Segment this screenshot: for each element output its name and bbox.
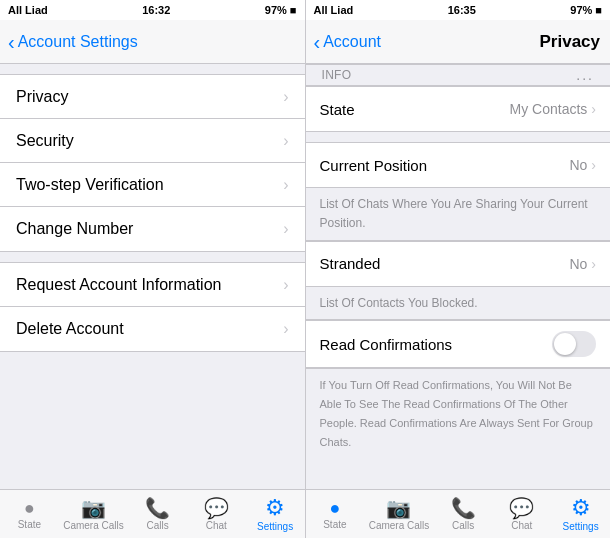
left-security-chevron-icon: › [283,132,288,150]
left-item-request-info[interactable]: Request Account Information › [0,263,305,307]
left-tab-camera-icon: 📷 [81,498,106,518]
left-tab-settings[interactable]: ⚙ Settings [250,497,300,532]
left-item-change-number[interactable]: Change Number › [0,207,305,251]
left-tab-state-label: State [18,519,41,530]
right-tab-settings-label: Settings [563,521,599,532]
left-tab-calls-label: Calls [146,520,168,531]
right-tab-camera-icon: 📷 [386,498,411,518]
left-item-two-step[interactable]: Two-step Verification › [0,163,305,207]
right-status-bar: All Liad 16:35 97% ■ [306,0,611,20]
right-current-position-chevron-icon: › [591,157,596,173]
right-stranded-desc: List Of Contacts You Blocked. [320,296,478,310]
right-tab-chat-label: Chat [511,520,532,531]
right-tab-bar: ● State 📷 Camera Calls 📞 Calls 💬 Chat ⚙ … [306,489,611,538]
left-privacy-chevron-icon: › [283,88,288,106]
right-state-label: State [320,101,510,118]
right-tab-chat[interactable]: 💬 Chat [497,498,547,531]
right-tab-calls-label: Calls [452,520,474,531]
right-state-group: State My Contacts › [306,86,611,132]
left-tab-state-icon: ● [24,499,35,517]
left-list-group-2: Request Account Information › Delete Acc… [0,262,305,352]
right-battery: 97% ■ [570,4,602,16]
right-current-position-desc-block: List Of Chats Where You Are Sharing Your… [306,188,611,241]
left-back-button[interactable]: ‹ Account Settings [8,32,138,52]
left-tab-chat[interactable]: 💬 Chat [191,498,241,531]
left-gap1 [0,64,305,74]
left-privacy-label: Privacy [16,88,283,106]
left-request-info-chevron-icon: › [283,276,288,294]
left-delete-account-label: Delete Account [16,320,283,338]
left-request-info-label: Request Account Information [16,276,283,294]
right-nav-title: Privacy [540,32,601,52]
right-item-stranded[interactable]: Stranded No › [306,242,611,286]
right-tab-chat-icon: 💬 [509,498,534,518]
left-tab-calls[interactable]: 📞 Calls [133,498,183,531]
right-stranded-value: No [569,256,587,272]
left-delete-account-chevron-icon: › [283,320,288,338]
left-list-group-1: Privacy › Security › Two-step Verificati… [0,74,305,252]
left-item-delete-account[interactable]: Delete Account › [0,307,305,351]
left-tab-chat-label: Chat [206,520,227,531]
left-back-label: Account Settings [18,33,138,51]
right-panel: All Liad 16:35 97% ■ ‹ Account Privacy I… [306,0,611,538]
right-read-confirmations-label: Read Confirmations [320,336,453,353]
right-state-value: My Contacts [510,101,588,117]
right-back-button[interactable]: ‹ Account [314,32,381,52]
left-tab-camera-label: Camera Calls [63,520,124,531]
right-position-group: Current Position No › [306,142,611,188]
left-tab-camera[interactable]: 📷 Camera Calls [63,498,124,531]
left-battery: 97% ■ [265,4,297,16]
left-time: 16:32 [142,4,170,16]
right-back-chevron-icon: ‹ [314,32,321,52]
left-two-step-label: Two-step Verification [16,176,283,194]
right-info-label: Info [322,68,352,82]
left-panel: All Liad 16:32 97% ■ ‹ Account Settings … [0,0,305,538]
left-tab-state[interactable]: ● State [4,499,54,530]
left-item-security[interactable]: Security › [0,119,305,163]
right-read-confirmations-desc-block: If You Turn Off Read Confirmations, You … [306,369,611,459]
left-item-privacy[interactable]: Privacy › [0,75,305,119]
right-item-current-position[interactable]: Current Position No › [306,143,611,187]
right-spacer [306,459,611,489]
right-state-chevron-icon: › [591,101,596,117]
right-back-label: Account [323,33,381,51]
right-stranded-desc-block: List Of Contacts You Blocked. [306,287,611,321]
right-item-state[interactable]: State My Contacts › [306,87,611,131]
right-tab-calls[interactable]: 📞 Calls [438,498,488,531]
right-gap1 [306,132,611,142]
right-read-confirmations-desc: If You Turn Off Read Confirmations, You … [320,379,593,448]
left-tab-calls-icon: 📞 [145,498,170,518]
right-carrier: All Liad [314,4,354,16]
right-current-position-value: No [569,157,587,173]
left-back-chevron-icon: ‹ [8,32,15,52]
right-time: 16:35 [448,4,476,16]
right-tab-camera-label: Camera Calls [369,520,430,531]
right-tab-settings-icon: ⚙ [571,497,591,519]
right-stranded-group: Stranded No › [306,241,611,287]
right-current-position-desc: List Of Chats Where You Are Sharing Your… [320,197,588,230]
right-tab-state-label: State [323,519,346,530]
right-tab-state[interactable]: ● State [310,499,360,530]
left-status-bar: All Liad 16:32 97% ■ [0,0,305,20]
right-nav-bar: ‹ Account Privacy [306,20,611,64]
right-info-dots: ... [576,67,594,83]
right-item-read-confirmations: Read Confirmations [306,321,611,368]
left-change-number-label: Change Number [16,220,283,238]
left-gap2 [0,252,305,262]
right-read-confirmations-group: Read Confirmations [306,320,611,369]
right-current-position-label: Current Position [320,157,570,174]
right-tab-state-icon: ● [329,499,340,517]
left-tab-bar: ● State 📷 Camera Calls 📞 Calls 💬 Chat ⚙ … [0,489,305,538]
left-spacer [0,352,305,489]
right-tab-settings[interactable]: ⚙ Settings [556,497,606,532]
right-stranded-chevron-icon: › [591,256,596,272]
right-read-confirmations-toggle[interactable] [552,331,596,357]
left-tab-settings-icon: ⚙ [265,497,285,519]
right-tab-calls-icon: 📞 [451,498,476,518]
right-tab-camera[interactable]: 📷 Camera Calls [369,498,430,531]
left-security-label: Security [16,132,283,150]
left-change-number-chevron-icon: › [283,220,288,238]
left-carrier: All Liad [8,4,48,16]
right-stranded-label: Stranded [320,255,570,272]
left-nav-bar: ‹ Account Settings [0,20,305,64]
